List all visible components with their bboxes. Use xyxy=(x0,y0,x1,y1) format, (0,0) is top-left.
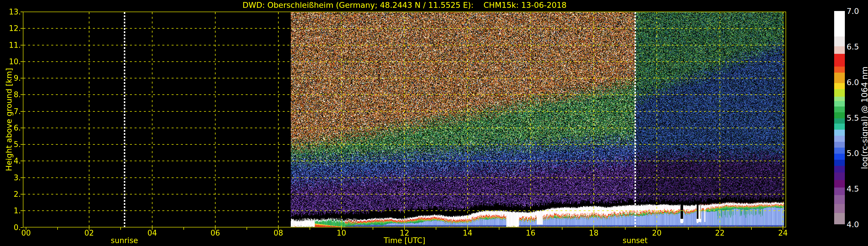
y-tick-label: 11. xyxy=(1,41,21,49)
y-tick-mark xyxy=(21,94,23,95)
y-tick-label: 10. xyxy=(1,58,21,65)
y-tick-mark xyxy=(21,194,23,194)
colorbar-band xyxy=(834,173,845,180)
colorbar-band xyxy=(834,97,845,101)
gridline-vertical xyxy=(656,12,657,227)
y-tick-mark xyxy=(21,144,23,145)
colorbar-band xyxy=(834,101,845,106)
y-tick-mark xyxy=(21,45,23,45)
y-tick-label: 7. xyxy=(1,107,21,115)
colorbar-band xyxy=(834,11,845,36)
x-tick-label: 22 xyxy=(715,229,724,237)
sunset-label: sunset xyxy=(623,236,648,245)
colorbar xyxy=(834,11,845,224)
page-title: DWD: Oberschleißheim (Germany; 48.2443 N… xyxy=(243,1,566,9)
y-tick-mark xyxy=(21,161,23,161)
gridline-vertical xyxy=(278,12,279,227)
gridline-vertical xyxy=(593,12,594,227)
colorbar-band xyxy=(834,180,845,188)
x-tick-mark xyxy=(310,227,310,230)
colorbar-band xyxy=(834,118,845,124)
colorbar-band xyxy=(834,89,845,97)
colorbar-tick-label: 6.0 xyxy=(846,78,859,86)
x-tick-mark xyxy=(688,227,689,230)
y-axis-label: Height above ground [km] xyxy=(4,68,13,171)
x-tick-label: 16 xyxy=(526,229,535,237)
y-tick-mark xyxy=(21,177,23,178)
colorbar-band xyxy=(834,136,845,142)
y-tick-mark xyxy=(21,128,23,128)
x-tick-label: 04 xyxy=(147,229,157,237)
colorbar-band xyxy=(834,36,845,46)
y-tick-label: 1. xyxy=(1,207,21,214)
colorbar-band xyxy=(834,124,845,130)
x-tick-mark xyxy=(436,227,436,230)
colorbar-band xyxy=(834,67,845,73)
colorbar-tick-label: 5.5 xyxy=(846,114,859,122)
colorbar-label: log(rc-signal) @ 1064 nm xyxy=(860,67,868,169)
x-tick-label: 14 xyxy=(463,229,472,237)
colorbar-band xyxy=(834,195,845,204)
x-tick-mark xyxy=(625,227,625,230)
y-tick-mark xyxy=(21,227,23,228)
y-tick-mark xyxy=(21,111,23,112)
x-tick-label: 06 xyxy=(210,229,220,237)
x-axis-label: Time [UTC] xyxy=(384,236,425,245)
colorbar-band xyxy=(834,148,845,154)
x-tick-label: 20 xyxy=(652,229,661,237)
y-tick-label: 12. xyxy=(1,25,21,32)
y-tick-mark xyxy=(21,28,23,29)
colorbar-band xyxy=(834,130,845,136)
colorbar-tick-label: 5.0 xyxy=(846,149,859,157)
gridline-vertical xyxy=(783,12,783,227)
x-tick-label: 00 xyxy=(21,229,31,237)
gridline-vertical xyxy=(89,12,89,227)
colorbar-tick-label: 7.0 xyxy=(846,7,859,15)
y-tick-label: 2. xyxy=(1,190,21,198)
x-tick-mark xyxy=(120,227,121,230)
y-tick-label: 5. xyxy=(1,141,21,148)
x-tick-mark xyxy=(562,227,562,230)
x-tick-mark xyxy=(247,227,247,230)
gridline-vertical xyxy=(341,12,342,227)
colorbar-band xyxy=(834,46,845,54)
y-tick-label: 3. xyxy=(1,174,21,181)
x-tick-label: 08 xyxy=(273,229,283,237)
x-tick-mark xyxy=(183,227,184,230)
y-tick-mark xyxy=(21,11,23,12)
gridline-vertical xyxy=(404,12,405,227)
sunrise-line xyxy=(124,12,125,227)
colorbar-band xyxy=(834,166,845,173)
colorbar-band xyxy=(834,160,845,166)
gridline-vertical xyxy=(215,12,216,227)
x-tick-label: 10 xyxy=(337,229,346,237)
x-tick-label: 24 xyxy=(778,229,787,237)
y-tick-label: 6. xyxy=(1,124,21,132)
colorbar-band xyxy=(834,106,845,113)
x-tick-mark xyxy=(499,227,499,230)
colorbar-band xyxy=(834,112,845,118)
x-tick-label: 18 xyxy=(589,229,598,237)
sunset-line xyxy=(634,12,636,227)
gridline-vertical xyxy=(467,12,468,227)
colorbar-band xyxy=(834,54,845,67)
y-tick-mark xyxy=(21,210,23,211)
y-tick-label: 9. xyxy=(1,74,21,82)
colorbar-band xyxy=(834,154,845,160)
y-tick-label: 8. xyxy=(1,91,21,98)
colorbar-band xyxy=(834,204,845,213)
colorbar-tick-label: 4.5 xyxy=(846,185,859,193)
y-tick-mark xyxy=(21,78,23,79)
gridline-vertical xyxy=(530,12,531,227)
colorbar-band xyxy=(834,142,845,148)
y-tick-label: 0. xyxy=(1,224,21,231)
colorbar-tick-label: 6.5 xyxy=(846,42,859,50)
colorbar-tick-label: 4.0 xyxy=(846,220,859,228)
y-tick-label: 13. xyxy=(1,8,21,16)
lidar-quicklook-figure: DWD: Oberschleißheim (Germany; 48.2443 N… xyxy=(0,0,868,246)
x-tick-mark xyxy=(373,227,373,230)
colorbar-band xyxy=(834,73,845,83)
sunrise-label: sunrise xyxy=(111,236,138,245)
y-tick-label: 4. xyxy=(1,157,21,165)
x-tick-label: 02 xyxy=(84,229,94,237)
